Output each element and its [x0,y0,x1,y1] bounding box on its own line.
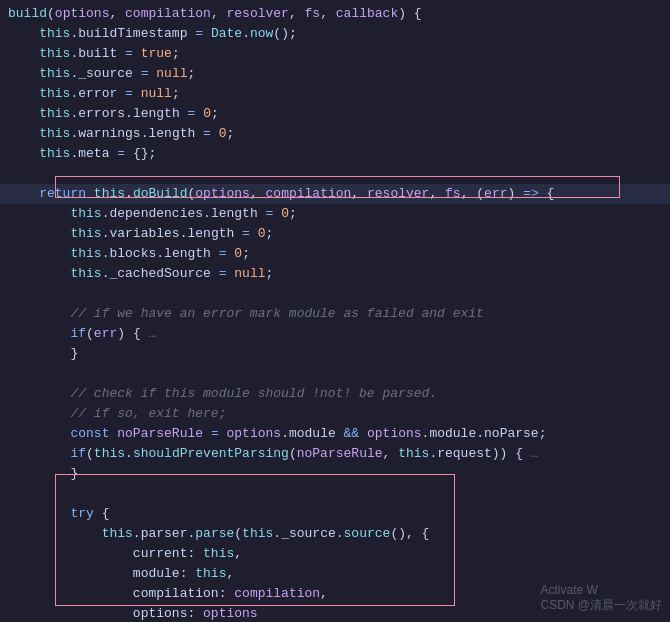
code-line: this.built = true; [0,44,670,64]
code-line: try { [0,504,670,524]
code-line: this.blocks.length = 0; [0,244,670,264]
code-line: this.variables.length = 0; [0,224,670,244]
activate-text: Activate W [540,583,597,597]
code-line [0,364,670,384]
code-content: build(options, compilation, resolver, fs… [0,0,670,622]
code-line: this.errors.length = 0; [0,104,670,124]
code-line: } [0,344,670,364]
code-line: this.buildTimestamp = Date.now(); [0,24,670,44]
code-line [0,284,670,304]
code-line: this.meta = {}; [0,144,670,164]
code-line: this._source = null; [0,64,670,84]
code-line [0,164,670,184]
code-line: build(options, compilation, resolver, fs… [0,4,670,24]
code-line: module: this, [0,564,670,584]
code-line: // if so, exit here; [0,404,670,424]
code-line: this.error = null; [0,84,670,104]
code-line: } [0,464,670,484]
code-line: this.warnings.length = 0; [0,124,670,144]
code-line: current: this, [0,544,670,564]
code-line: if(this.shouldPreventParsing(noParseRule… [0,444,670,464]
code-line: this.dependencies.length = 0; [0,204,670,224]
code-line: this.parser.parse(this._source.source(),… [0,524,670,544]
code-line [0,484,670,504]
watermark: Activate W CSDN @清晨一次就好 [540,583,662,614]
csdn-text: CSDN @清晨一次就好 [540,598,662,612]
code-editor: build(options, compilation, resolver, fs… [0,0,670,622]
code-line: // check if this module should !not! be … [0,384,670,404]
code-line: if(err) { … [0,324,670,344]
code-line: const noParseRule = options.module && op… [0,424,670,444]
code-line: this._cachedSource = null; [0,264,670,284]
code-line-highlighted: return this.doBuild(options, compilation… [0,184,670,204]
code-line: // if we have an error mark module as fa… [0,304,670,324]
